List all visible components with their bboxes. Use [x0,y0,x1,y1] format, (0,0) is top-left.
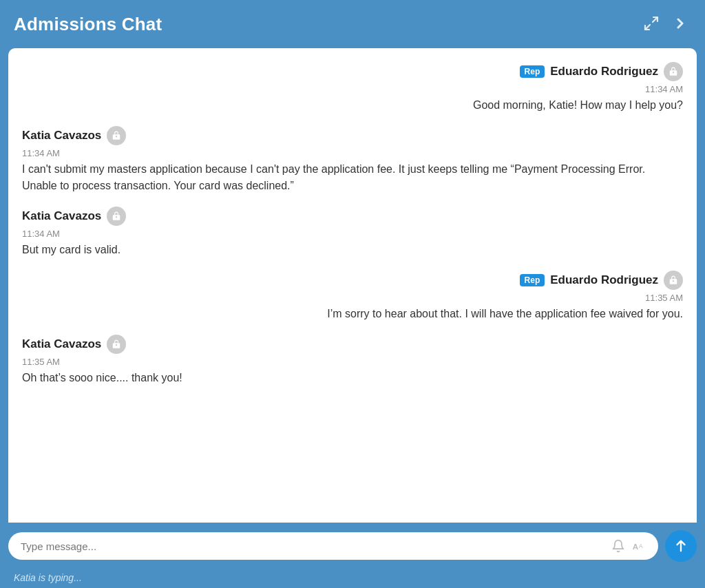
svg-text:A: A [633,542,639,551]
expand-icon [643,15,660,32]
header-actions [640,12,691,36]
sender-line: Katia Cavazos [22,335,683,354]
chat-wrapper: Rep Eduardo Rodriguez 11:34 AM Good morn… [0,48,705,588]
message-timestamp: 11:35 AM [22,357,683,367]
sender-line: Rep Eduardo Rodriguez [22,271,683,290]
sender-name: Eduardo Rodriguez [550,273,658,287]
typing-text: Katia is typing... [14,572,82,583]
lock-icon [107,335,126,354]
bell-icon [611,539,625,553]
message-block: Katia Cavazos 11:34 AM But my card is va… [22,207,683,258]
input-area: A A [0,523,705,569]
message-text: Oh that’s sooo nice.... thank you! [22,370,683,386]
lock-icon [664,271,683,290]
expand-button[interactable] [640,12,662,36]
rep-badge: Rep [520,65,545,78]
lock-icon [107,126,126,145]
notification-icon-button[interactable] [611,539,625,553]
typing-indicator: Katia is typing... [0,569,705,588]
sender-line: Katia Cavazos [22,207,683,226]
sender-name: Eduardo Rodriguez [550,65,658,78]
message-input-wrapper: A A [8,532,658,560]
app-title: Admissions Chat [14,14,162,35]
message-timestamp: 11:34 AM [22,229,683,239]
message-text: Good morning, Katie! How may I help you? [22,97,683,114]
message-block: Katia Cavazos 11:35 AM Oh that’s sooo ni… [22,335,683,386]
input-icons: A A [611,539,646,553]
message-block: Rep Eduardo Rodriguez 11:35 AM I’m sorry… [22,271,683,322]
message-timestamp: 11:35 AM [22,293,683,303]
message-text: I’m sorry to hear about that. I will hav… [22,306,683,322]
message-timestamp: 11:34 AM [22,148,683,158]
sender-name: Katia Cavazos [22,209,101,223]
font-size-icon: A A [632,539,646,553]
lock-icon [107,207,126,226]
message-block: Rep Eduardo Rodriguez 11:34 AM Good morn… [22,62,683,114]
sender-name: Katia Cavazos [22,129,101,143]
sender-line: Katia Cavazos [22,126,683,145]
message-timestamp: 11:34 AM [22,84,683,94]
sender-name: Katia Cavazos [22,337,101,351]
send-button[interactable] [665,530,697,562]
chat-container: Rep Eduardo Rodriguez 11:34 AM Good morn… [8,48,697,523]
lock-icon [664,62,683,81]
svg-text:A: A [639,543,643,549]
send-icon [673,538,688,554]
chevron-right-icon [672,15,688,32]
app-header: Admissions Chat [0,0,705,48]
sender-line: Rep Eduardo Rodriguez [22,62,683,81]
message-text: But my card is valid. [22,242,683,258]
font-size-icon-button[interactable]: A A [632,539,646,553]
forward-button[interactable] [669,12,691,36]
message-text: I can't submit my masters application be… [22,161,683,194]
message-input[interactable] [21,540,604,552]
message-block: Katia Cavazos 11:34 AM I can't submit my… [22,126,683,194]
rep-badge: Rep [520,274,545,286]
